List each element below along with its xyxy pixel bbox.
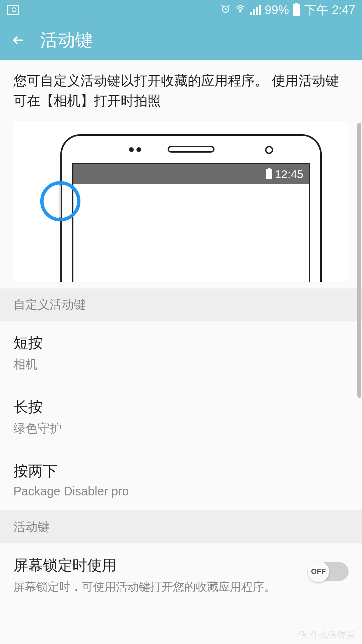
picture-icon [7, 5, 19, 15]
toggle-knob: OFF [308, 561, 329, 582]
battery-mini-icon [266, 169, 272, 179]
status-left [7, 5, 19, 15]
switch-item-use-when-locked[interactable]: 屏幕锁定时使用 屏幕锁定时，可使用活动键打开您的收藏应用程序。 OFF [0, 543, 362, 607]
alarm-icon [220, 3, 231, 17]
item-title: 按两下 [13, 461, 349, 481]
illustration-card: 12:45 [13, 121, 349, 282]
switch-description: 屏幕锁定时，可使用活动键打开您的收藏应用程序。 [13, 579, 298, 595]
clock-time: 下午 2:47 [304, 2, 355, 18]
phone-screen: 12:45 [72, 163, 310, 282]
toggle-switch[interactable]: OFF [308, 562, 349, 581]
arrow-left-icon [11, 33, 25, 47]
item-subtitle: 绿色守护 [13, 420, 349, 437]
app-bar: 活动键 [0, 20, 362, 60]
phone-outline: 12:45 [60, 134, 322, 282]
item-title: 长按 [13, 397, 349, 417]
status-right: 99% 下午 2:47 [220, 2, 355, 18]
battery-percentage: 99% [265, 3, 289, 17]
item-title: 短按 [13, 333, 349, 353]
status-bar: 99% 下午 2:47 [0, 0, 362, 20]
page-title: 活动键 [40, 29, 93, 52]
list-item-long-press[interactable]: 长按 绿色守护 [0, 385, 362, 449]
scrollbar[interactable] [357, 123, 361, 398]
wifi-icon [235, 3, 246, 17]
description-text: 您可自定义活动键以打开收藏的应用程序。 使用活动键可在【相机】打开时拍照 [0, 60, 362, 121]
svg-point-1 [240, 11, 241, 12]
switch-title: 屏幕锁定时使用 [13, 555, 298, 575]
back-button[interactable] [10, 32, 27, 49]
battery-icon [293, 4, 300, 16]
list-item-short-press[interactable]: 短按 相机 [0, 321, 362, 385]
section-header-customize: 自定义活动键 [0, 288, 362, 321]
list-item-double-press[interactable]: 按两下 Package Disabler pro [0, 449, 362, 511]
phone-illustration-time: 12:45 [275, 168, 303, 181]
watermark-text: 值 什么值得买 [298, 629, 355, 641]
content-scroll[interactable]: 您可自定义活动键以打开收藏的应用程序。 使用活动键可在【相机】打开时拍照 12:… [0, 60, 362, 644]
phone-sensor-dots-icon [129, 147, 141, 152]
signal-icon [250, 5, 261, 15]
phone-camera-icon [265, 146, 273, 154]
item-subtitle: Package Disabler pro [13, 484, 349, 498]
phone-speaker-icon [168, 146, 215, 153]
highlight-circle-icon [40, 181, 80, 221]
section-header-active-key: 活动键 [0, 511, 362, 543]
phone-illustration-statusbar: 12:45 [73, 164, 309, 184]
item-subtitle: 相机 [13, 356, 349, 373]
